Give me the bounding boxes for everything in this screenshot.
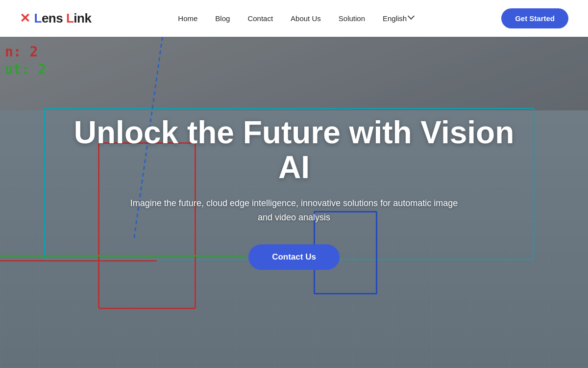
hero-section: n: 2 ut: 2 Unlock the Future with Vision…	[0, 0, 588, 368]
nav-link-about[interactable]: About Us	[291, 14, 321, 23]
nav-item-blog[interactable]: Blog	[215, 14, 230, 23]
hero-title: Unlock the Future with Vision AI	[74, 115, 514, 184]
hero-subtitle: Imagine the future, cloud edge intellige…	[127, 196, 461, 225]
logo-icon: ✕	[20, 11, 30, 26]
navbar: ✕ Lens Link Home Blog Contact About Us S…	[0, 0, 588, 37]
nav-link-blog[interactable]: Blog	[215, 14, 230, 23]
logo-ink: ink	[74, 11, 91, 26]
logo-l1: L	[34, 11, 42, 26]
nav-item-about[interactable]: About Us	[291, 14, 321, 23]
nav-links: Home Blog Contact About Us Solution Engl…	[178, 14, 415, 23]
language-selector[interactable]: English	[383, 14, 415, 23]
nav-item-language[interactable]: English	[383, 14, 415, 23]
chevron-down-icon	[409, 16, 415, 22]
nav-link-contact[interactable]: Contact	[247, 14, 273, 23]
language-label: English	[383, 14, 407, 23]
hero-content: Unlock the Future with Vision AI Imagine…	[0, 37, 588, 368]
nav-link-solution[interactable]: Solution	[339, 14, 365, 23]
logo[interactable]: ✕ Lens Link	[20, 11, 91, 26]
logo-text: Lens Link	[34, 11, 92, 26]
contact-us-button[interactable]: Contact Us	[248, 244, 340, 270]
nav-item-solution[interactable]: Solution	[339, 14, 365, 23]
logo-l2: L	[66, 11, 74, 26]
logo-ens: ens	[42, 11, 66, 26]
nav-link-home[interactable]: Home	[178, 14, 197, 23]
nav-item-contact[interactable]: Contact	[247, 14, 273, 23]
get-started-button[interactable]: Get Started	[501, 8, 568, 28]
nav-item-home[interactable]: Home	[178, 14, 197, 23]
